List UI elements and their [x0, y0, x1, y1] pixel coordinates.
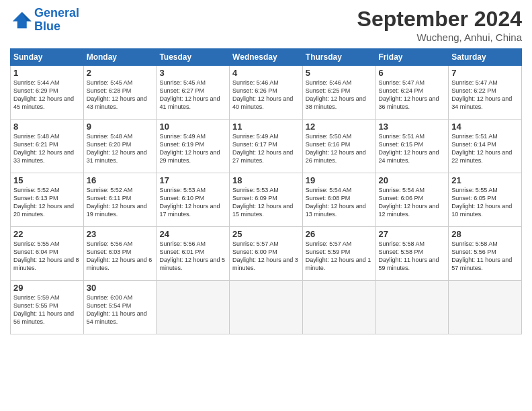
weekday-header-cell: Friday — [375, 49, 449, 66]
calendar-cell: 18Sunrise: 5:53 AMSunset: 6:09 PMDayligh… — [230, 173, 303, 227]
calendar-cell — [375, 281, 449, 334]
day-info: Sunrise: 5:56 AMSunset: 6:01 PMDaylight:… — [159, 240, 226, 273]
day-info: Sunrise: 5:44 AMSunset: 6:29 PMDaylight:… — [13, 79, 81, 111]
weekday-header-cell: Saturday — [449, 49, 522, 66]
weekday-header-cell: Thursday — [302, 49, 375, 66]
calendar-cell: 29Sunrise: 5:59 AMSunset: 5:55 PMDayligh… — [11, 281, 84, 334]
day-info: Sunrise: 5:54 AMSunset: 6:08 PMDaylight:… — [306, 186, 373, 219]
weekday-header-cell: Tuesday — [157, 49, 230, 66]
calendar-cell — [302, 281, 375, 334]
day-number: 27 — [379, 229, 446, 239]
weekday-header-row: SundayMondayTuesdayWednesdayThursdayFrid… — [11, 49, 522, 66]
calendar-row: 22Sunrise: 5:55 AMSunset: 6:04 PMDayligh… — [11, 227, 522, 281]
calendar-row: 1Sunrise: 5:44 AMSunset: 6:29 PMDaylight… — [11, 66, 522, 120]
day-number: 15 — [13, 175, 81, 185]
day-info: Sunrise: 5:46 AMSunset: 6:26 PMDaylight:… — [232, 79, 300, 111]
calendar-cell: 28Sunrise: 5:58 AMSunset: 5:56 PMDayligh… — [449, 227, 522, 281]
day-number: 10 — [159, 122, 226, 132]
header: General Blue September 2024 Wucheng, Anh… — [10, 7, 522, 43]
day-info: Sunrise: 5:55 AMSunset: 6:04 PMDaylight:… — [13, 240, 81, 273]
calendar-cell: 20Sunrise: 5:54 AMSunset: 6:06 PMDayligh… — [375, 173, 449, 227]
day-info: Sunrise: 5:50 AMSunset: 6:16 PMDaylight:… — [306, 132, 373, 165]
day-info: Sunrise: 5:45 AMSunset: 6:28 PMDaylight:… — [87, 79, 154, 111]
calendar-cell: 1Sunrise: 5:44 AMSunset: 6:29 PMDaylight… — [11, 66, 84, 120]
calendar-cell: 8Sunrise: 5:48 AMSunset: 6:21 PMDaylight… — [11, 120, 84, 173]
calendar-cell: 19Sunrise: 5:54 AMSunset: 6:08 PMDayligh… — [302, 173, 375, 227]
calendar-cell: 26Sunrise: 5:57 AMSunset: 5:59 PMDayligh… — [302, 227, 375, 281]
day-info: Sunrise: 5:57 AMSunset: 5:59 PMDaylight:… — [306, 240, 373, 273]
day-info: Sunrise: 5:53 AMSunset: 6:09 PMDaylight:… — [232, 186, 300, 219]
calendar-cell: 14Sunrise: 5:51 AMSunset: 6:14 PMDayligh… — [449, 120, 522, 173]
day-number: 20 — [379, 175, 446, 185]
day-info: Sunrise: 5:59 AMSunset: 5:55 PMDaylight:… — [13, 293, 81, 326]
day-number: 1 — [13, 68, 81, 78]
calendar-row: 8Sunrise: 5:48 AMSunset: 6:21 PMDaylight… — [11, 120, 522, 173]
calendar-cell: 13Sunrise: 5:51 AMSunset: 6:15 PMDayligh… — [375, 120, 449, 173]
weekday-header-cell: Monday — [83, 49, 157, 66]
calendar-cell: 7Sunrise: 5:47 AMSunset: 6:22 PMDaylight… — [449, 66, 522, 120]
day-number: 9 — [87, 122, 154, 132]
day-number: 3 — [159, 68, 226, 78]
logo-line2: Blue — [34, 19, 60, 33]
calendar-cell: 17Sunrise: 5:53 AMSunset: 6:10 PMDayligh… — [157, 173, 230, 227]
day-number: 18 — [232, 175, 300, 185]
calendar-cell: 6Sunrise: 5:47 AMSunset: 6:24 PMDaylight… — [375, 66, 449, 120]
day-number: 13 — [379, 122, 446, 132]
day-info: Sunrise: 5:49 AMSunset: 6:17 PMDaylight:… — [232, 132, 300, 165]
day-number: 22 — [13, 229, 81, 239]
weekday-header-cell: Sunday — [11, 49, 84, 66]
day-info: Sunrise: 5:49 AMSunset: 6:19 PMDaylight:… — [159, 132, 226, 165]
calendar-cell: 24Sunrise: 5:56 AMSunset: 6:01 PMDayligh… — [157, 227, 230, 281]
day-info: Sunrise: 5:52 AMSunset: 6:11 PMDaylight:… — [87, 186, 154, 219]
calendar-cell: 5Sunrise: 5:46 AMSunset: 6:25 PMDaylight… — [302, 66, 375, 120]
logo-line1: General — [34, 6, 79, 19]
calendar-cell: 25Sunrise: 5:57 AMSunset: 6:00 PMDayligh… — [230, 227, 303, 281]
day-info: Sunrise: 5:48 AMSunset: 6:20 PMDaylight:… — [87, 132, 154, 165]
day-number: 16 — [87, 175, 154, 185]
day-info: Sunrise: 5:58 AMSunset: 5:56 PMDaylight:… — [451, 240, 519, 273]
month-title: September 2024 — [357, 7, 522, 32]
calendar-cell: 30Sunrise: 6:00 AMSunset: 5:54 PMDayligh… — [83, 281, 157, 334]
calendar-cell: 10Sunrise: 5:49 AMSunset: 6:19 PMDayligh… — [157, 120, 230, 173]
calendar-table: SundayMondayTuesdayWednesdayThursdayFrid… — [10, 48, 522, 334]
day-number: 17 — [159, 175, 226, 185]
day-info: Sunrise: 5:47 AMSunset: 6:22 PMDaylight:… — [451, 79, 519, 111]
day-number: 29 — [13, 283, 81, 293]
calendar-cell: 9Sunrise: 5:48 AMSunset: 6:20 PMDaylight… — [83, 120, 157, 173]
day-number: 19 — [306, 175, 373, 185]
logo-icon — [10, 11, 32, 30]
day-info: Sunrise: 6:00 AMSunset: 5:54 PMDaylight:… — [87, 293, 154, 326]
page-container: General Blue September 2024 Wucheng, Anh… — [0, 0, 532, 341]
day-number: 14 — [451, 122, 519, 132]
weekday-header-cell: Wednesday — [230, 49, 303, 66]
day-number: 7 — [451, 68, 519, 78]
calendar-cell: 22Sunrise: 5:55 AMSunset: 6:04 PMDayligh… — [11, 227, 84, 281]
day-number: 23 — [87, 229, 154, 239]
day-info: Sunrise: 5:58 AMSunset: 5:58 PMDaylight:… — [379, 240, 446, 273]
day-number: 28 — [451, 229, 519, 239]
day-number: 11 — [232, 122, 300, 132]
day-info: Sunrise: 5:51 AMSunset: 6:14 PMDaylight:… — [451, 132, 519, 165]
calendar-body: 1Sunrise: 5:44 AMSunset: 6:29 PMDaylight… — [11, 66, 522, 334]
day-info: Sunrise: 5:46 AMSunset: 6:25 PMDaylight:… — [306, 79, 373, 111]
day-number: 5 — [306, 68, 373, 78]
title-block: September 2024 Wucheng, Anhui, China — [357, 7, 522, 43]
calendar-cell: 3Sunrise: 5:45 AMSunset: 6:27 PMDaylight… — [157, 66, 230, 120]
location: Wucheng, Anhui, China — [357, 32, 522, 43]
day-number: 26 — [306, 229, 373, 239]
calendar-row: 15Sunrise: 5:52 AMSunset: 6:13 PMDayligh… — [11, 173, 522, 227]
day-number: 12 — [306, 122, 373, 132]
calendar-cell: 15Sunrise: 5:52 AMSunset: 6:13 PMDayligh… — [11, 173, 84, 227]
calendar-cell: 21Sunrise: 5:55 AMSunset: 6:05 PMDayligh… — [449, 173, 522, 227]
calendar-cell: 16Sunrise: 5:52 AMSunset: 6:11 PMDayligh… — [83, 173, 157, 227]
logo: General Blue — [10, 7, 79, 34]
calendar-cell: 11Sunrise: 5:49 AMSunset: 6:17 PMDayligh… — [230, 120, 303, 173]
day-info: Sunrise: 5:51 AMSunset: 6:15 PMDaylight:… — [379, 132, 446, 165]
day-number: 2 — [87, 68, 154, 78]
calendar-cell — [449, 281, 522, 334]
day-info: Sunrise: 5:54 AMSunset: 6:06 PMDaylight:… — [379, 186, 446, 219]
calendar-cell: 12Sunrise: 5:50 AMSunset: 6:16 PMDayligh… — [302, 120, 375, 173]
logo-text: General Blue — [34, 7, 79, 34]
day-number: 8 — [13, 122, 81, 132]
day-info: Sunrise: 5:47 AMSunset: 6:24 PMDaylight:… — [379, 79, 446, 111]
